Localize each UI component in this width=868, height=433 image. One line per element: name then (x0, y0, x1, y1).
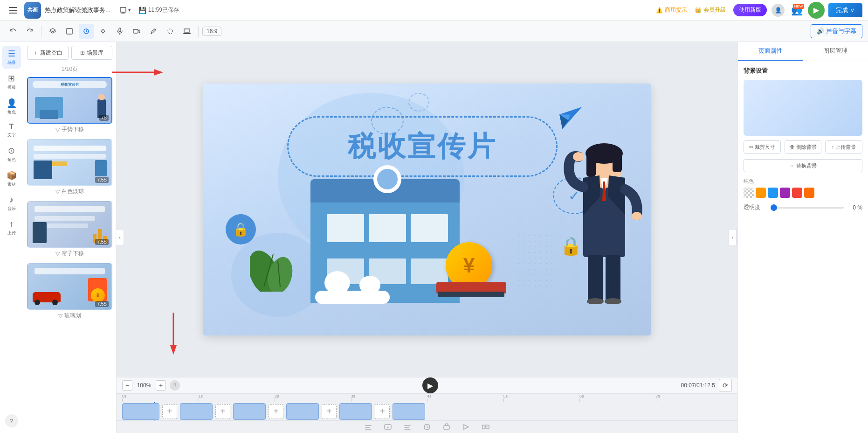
hamburger-button[interactable] (6, 3, 21, 18)
timeline-icon-2[interactable] (384, 423, 392, 431)
scene-item-4[interactable]: ¥ 7.5S ▽ 玻璃划 (27, 263, 112, 321)
opacity-thumb[interactable] (771, 204, 777, 211)
timeline-icon-6[interactable] (462, 423, 470, 431)
scene-lib-button[interactable]: ⊞ 场景库 (71, 46, 113, 60)
upload-bg-button[interactable]: ↑ 上传背景 (825, 140, 862, 154)
scene-thumb-2[interactable]: 7.5S (27, 139, 112, 186)
vip-upgrade-button[interactable]: 👑 会员升级 (691, 4, 730, 16)
shape-button[interactable] (163, 24, 178, 39)
track-add-button-3[interactable]: + (269, 404, 283, 419)
sound-caption-button[interactable]: 🔊 声音与字幕 (811, 24, 862, 38)
track-segment-2[interactable] (180, 403, 213, 420)
help-button[interactable]: ? (5, 414, 18, 427)
color-swatch-5[interactable] (804, 188, 814, 198)
undo-button[interactable] (6, 24, 21, 39)
swap-bg-button[interactable]: ↔ 替换背景 (744, 159, 862, 172)
sidebar-item-role[interactable]: ⊙ 角色 (2, 143, 21, 166)
pen-button[interactable] (146, 24, 161, 39)
bg-preview (744, 80, 862, 136)
timeline-icon-1[interactable] (364, 423, 372, 431)
share-button[interactable]: 👥 NEW (789, 3, 804, 18)
ratio-badge[interactable]: 16:9 (202, 27, 221, 36)
sidebar-item-scene[interactable]: ☰ 场景 (2, 46, 21, 69)
opacity-slider[interactable] (771, 207, 844, 209)
timeline-play-button[interactable]: ▶ (422, 377, 438, 393)
track-add-button-4[interactable]: + (322, 404, 337, 419)
timeline-icon-4[interactable] (423, 423, 431, 431)
doc-title: 热点政策解读党政事务... (45, 6, 110, 14)
timeline-icon-5[interactable] (442, 423, 451, 431)
color-swatch-3[interactable] (780, 188, 790, 198)
track-segment-5[interactable] (339, 403, 372, 420)
export-button[interactable]: ▾ (118, 3, 133, 18)
commercial-hint[interactable]: ⚠️ 商用提示 (656, 6, 687, 14)
track-segment-6[interactable] (393, 403, 425, 420)
delete-bg-button[interactable]: 🗑 删除背景 (785, 140, 822, 154)
sidebar-item-upload[interactable]: ↑ 上传 (2, 216, 21, 239)
color-transparent[interactable] (744, 188, 754, 198)
scene-thumb-3[interactable]: 7.5S (27, 201, 112, 248)
sidebar-item-template[interactable]: ⊞ 模板 (2, 70, 21, 93)
small-bubble-2 (408, 93, 429, 112)
collapse-left-button[interactable]: ‹ (116, 229, 124, 246)
opacity-row: 透明度 0 % (744, 203, 862, 211)
crop-button[interactable] (96, 24, 110, 39)
camera-button[interactable] (129, 24, 144, 39)
color-swatch-2[interactable] (768, 188, 778, 198)
user-avatar-button[interactable]: 👤 (771, 3, 785, 18)
color-swatch-4[interactable] (792, 188, 802, 198)
transition-icon-3: ▽ (55, 251, 60, 257)
scene-transition-3[interactable]: ▽ 帘子下移 (27, 248, 112, 259)
track-segment-4[interactable] (286, 403, 319, 420)
sidebar-item-music-label: 音乐 (7, 206, 16, 212)
zoom-out-button[interactable]: − (122, 380, 132, 391)
layer-button[interactable] (45, 24, 60, 39)
scene-item-1[interactable]: 税收宣传片 7S ▽ 手势下移 (27, 77, 112, 135)
collapse-right-button[interactable]: › (728, 229, 737, 246)
scene-duration-4: 7.5S (95, 301, 109, 307)
canvas-slide[interactable]: 税收宣传片 🔒 ✓ (203, 84, 651, 335)
redo-button[interactable] (22, 24, 37, 39)
new-blank-button[interactable]: ＋ 新建空白 (27, 46, 69, 60)
scene-transition-2[interactable]: ▽ 白色淡球 (27, 186, 112, 197)
zoom-control: − 100% + (122, 380, 166, 391)
scene-item-2[interactable]: 7.5S ▽ 白色淡球 (27, 139, 112, 197)
tab-page-properties[interactable]: 页面属性 (738, 42, 803, 61)
text-icon: T (9, 123, 14, 131)
left-sidebar: ☰ 场景 ⊞ 模板 👤 角色 T 文字 ⊙ 角色 📦 素材 ♪ 音乐 ↑ 上 (0, 42, 23, 433)
sidebar-item-person[interactable]: 👤 角色 (2, 95, 21, 118)
track-add-button-5[interactable]: + (375, 404, 390, 419)
sidebar-item-prop[interactable]: 📦 素材 (2, 168, 21, 190)
timeline-icon-7[interactable] (482, 423, 490, 431)
finish-button[interactable]: 完成 ∨ (828, 3, 862, 17)
tab-layer-management[interactable]: 图层管理 (803, 42, 868, 61)
mic-button[interactable] (112, 24, 127, 39)
use-new-version-button[interactable]: 使用新版 (733, 4, 767, 16)
animation-button[interactable] (79, 24, 94, 39)
cloud-1 (315, 280, 390, 304)
timeline-help-button[interactable]: ? (170, 380, 180, 391)
track-add-button-1[interactable]: + (162, 404, 177, 419)
scene-transition-1[interactable]: ▽ 手势下移 (27, 124, 112, 135)
timeline-icon-3[interactable] (403, 423, 412, 431)
scene-thumb-4[interactable]: ¥ 7.5S (27, 263, 112, 310)
svg-rect-7 (119, 28, 121, 32)
track-segment-1[interactable] (122, 403, 159, 420)
stamp-button[interactable] (179, 24, 194, 39)
sidebar-item-music[interactable]: ♪ 音乐 (2, 192, 21, 215)
track-segment-3[interactable] (233, 403, 266, 420)
scene-item-3[interactable]: 7.5S ▽ 帘子下移 (27, 201, 112, 259)
color-swatch-1[interactable] (756, 188, 766, 198)
crop-size-button[interactable]: ✂ 裁剪尺寸 (744, 140, 781, 154)
ruler-mark-5s: 5s (503, 394, 580, 402)
scene-thumb-1[interactable]: 税收宣传片 7S (27, 77, 112, 124)
right-panel: 页面属性 图层管理 背景设置 ✂ 裁剪尺寸 🗑 删除背景 ↑ (737, 42, 868, 433)
timeline-end-button[interactable]: ⟳ (719, 379, 732, 392)
zoom-in-button[interactable]: + (156, 380, 166, 391)
sidebar-item-text[interactable]: T 文字 (2, 120, 21, 141)
track-add-button-2[interactable]: + (215, 404, 230, 419)
preview-play-button[interactable]: ▶ (808, 2, 825, 19)
play-icon-timeline: ▶ (427, 381, 433, 390)
scene-transition-4[interactable]: ▽ 玻璃划 (27, 310, 112, 321)
frame-button[interactable] (62, 24, 77, 39)
